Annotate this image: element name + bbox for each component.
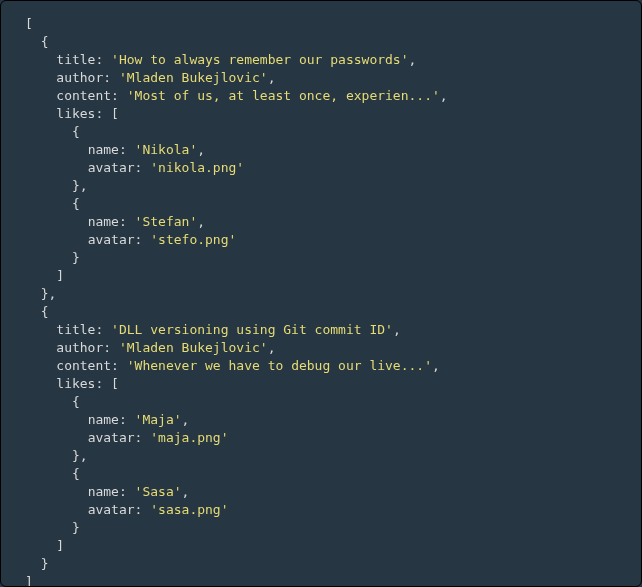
code-token: }, <box>72 448 88 463</box>
code-line: likes: [ <box>25 106 119 121</box>
code-token: name: <box>88 214 135 229</box>
code-token: 'Mladen Bukejlovic' <box>119 340 268 355</box>
code-token: title: <box>56 52 111 67</box>
code-token: name: <box>88 142 135 157</box>
code-token: , <box>440 88 448 103</box>
code-token: } <box>41 556 49 571</box>
code-line: { <box>25 394 80 409</box>
code-line: ] <box>25 538 64 553</box>
code-line: }, <box>25 448 88 463</box>
code-token: avatar: <box>88 502 151 517</box>
code-line: avatar: 'sasa.png' <box>25 502 229 517</box>
code-token: , <box>197 142 205 157</box>
code-token: 'Maja' <box>135 412 182 427</box>
code-token: author: <box>56 70 119 85</box>
code-block: [ { title: 'How to always remember our p… <box>1 1 641 587</box>
code-line: avatar: 'maja.png' <box>25 430 229 445</box>
code-token: ] <box>25 574 33 587</box>
code-token: name: <box>88 412 135 427</box>
code-token: [ <box>111 106 119 121</box>
code-token: { <box>72 124 80 139</box>
code-token: { <box>41 34 49 49</box>
code-line: [ <box>25 16 33 31</box>
code-token: { <box>72 394 80 409</box>
code-token: { <box>72 196 80 211</box>
code-token: , <box>182 412 190 427</box>
code-line: }, <box>25 286 56 301</box>
code-token: avatar: <box>88 232 151 247</box>
code-line: name: 'Sasa', <box>25 484 189 499</box>
code-token: , <box>268 70 276 85</box>
code-line: avatar: 'nikola.png' <box>25 160 244 175</box>
code-line: } <box>25 250 80 265</box>
code-token: avatar: <box>88 160 151 175</box>
code-token: [ <box>111 376 119 391</box>
code-token: , <box>393 322 401 337</box>
code-line: content: 'Most of us, at least once, exp… <box>25 88 448 103</box>
code-line: { <box>25 304 48 319</box>
code-token: 'stefo.png' <box>150 232 236 247</box>
code-line: }, <box>25 178 88 193</box>
code-token: }, <box>41 286 57 301</box>
code-token: likes: <box>56 106 111 121</box>
code-line: likes: [ <box>25 376 119 391</box>
code-line: ] <box>25 574 33 587</box>
code-token: name: <box>88 484 135 499</box>
code-token: , <box>409 52 417 67</box>
code-token: } <box>72 520 80 535</box>
code-token: , <box>432 358 440 373</box>
code-line: { <box>25 196 80 211</box>
code-token: author: <box>56 340 119 355</box>
code-token: 'Mladen Bukejlovic' <box>119 70 268 85</box>
code-line: name: 'Nikola', <box>25 142 205 157</box>
code-token: , <box>197 214 205 229</box>
code-token: title: <box>56 322 111 337</box>
code-token: }, <box>72 178 88 193</box>
code-line: name: 'Stefan', <box>25 214 205 229</box>
code-token: 'DLL versioning using Git commit ID' <box>111 322 393 337</box>
code-token: likes: <box>56 376 111 391</box>
code-token: content: <box>56 88 126 103</box>
code-line: } <box>25 556 48 571</box>
code-line: author: 'Mladen Bukejlovic', <box>25 70 275 85</box>
code-token: [ <box>25 16 33 31</box>
code-token: { <box>41 304 49 319</box>
code-token: content: <box>56 358 126 373</box>
code-token: 'Most of us, at least once, experien...' <box>127 88 440 103</box>
code-line: { <box>25 466 80 481</box>
code-token: , <box>182 484 190 499</box>
code-line: avatar: 'stefo.png' <box>25 232 236 247</box>
code-line: title: 'How to always remember our passw… <box>25 52 416 67</box>
code-token: , <box>268 340 276 355</box>
code-token: 'Sasa' <box>135 484 182 499</box>
code-line: author: 'Mladen Bukejlovic', <box>25 340 275 355</box>
code-token: { <box>72 466 80 481</box>
code-line: } <box>25 520 80 535</box>
code-token: 'Whenever we have to debug our live...' <box>127 358 432 373</box>
code-token: 'sasa.png' <box>150 502 228 517</box>
code-line: ] <box>25 268 64 283</box>
code-token: 'nikola.png' <box>150 160 244 175</box>
code-token: } <box>72 250 80 265</box>
code-token: 'How to always remember our passwords' <box>111 52 408 67</box>
code-token: 'Stefan' <box>135 214 198 229</box>
code-token: 'Nikola' <box>135 142 198 157</box>
code-line: { <box>25 34 48 49</box>
code-line: name: 'Maja', <box>25 412 189 427</box>
code-line: { <box>25 124 80 139</box>
code-token: avatar: <box>88 430 151 445</box>
code-line: content: 'Whenever we have to debug our … <box>25 358 440 373</box>
code-token: ] <box>56 538 64 553</box>
code-line: title: 'DLL versioning using Git commit … <box>25 322 401 337</box>
code-token: ] <box>56 268 64 283</box>
code-token: 'maja.png' <box>150 430 228 445</box>
